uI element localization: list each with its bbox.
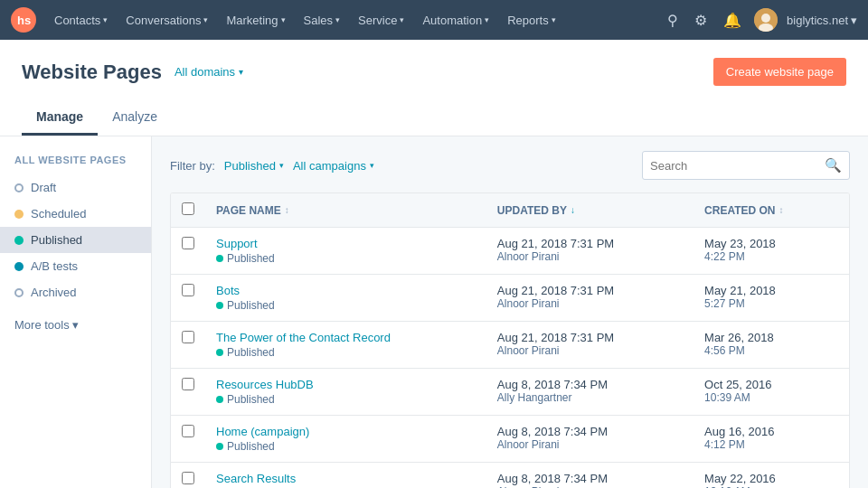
row-checkbox[interactable] [182, 331, 194, 343]
created-time: 10:39 AM [704, 391, 838, 404]
sidebar: All website pages Draft Scheduled Publis… [0, 136, 152, 488]
nav-reports[interactable]: Reports ▾ [498, 0, 565, 40]
archived-status-dot [14, 288, 24, 297]
page-name-cell: Home (campaign) Published [205, 416, 486, 463]
table-row: Home (campaign) Published Aug 8, 2018 7:… [171, 416, 849, 463]
status-dot [216, 443, 223, 450]
created-time: 5:27 PM [704, 297, 838, 310]
sidebar-item-draft[interactable]: Draft [0, 174, 151, 201]
tabs: Manage Analyze [22, 100, 846, 136]
sidebar-title: All website pages [0, 155, 151, 174]
col-updated-by[interactable]: UPDATED BY ↓ [486, 193, 693, 228]
domains-filter[interactable]: All domains ▾ [175, 65, 243, 79]
table-row: Search Results Published Aug 8, 2018 7:3… [171, 463, 849, 489]
row-checkbox[interactable] [182, 284, 194, 296]
account-menu[interactable]: biglytics.net ▾ [787, 14, 857, 27]
campaigns-filter[interactable]: All campaigns ▾ [293, 159, 374, 173]
created-date: May 23, 2018 [704, 237, 838, 250]
table-row: Bots Published Aug 21, 2018 7:31 PM Alno… [171, 275, 849, 322]
created-time: 4:22 PM [704, 250, 838, 263]
updated-by-cell: Aug 8, 2018 7:34 PM Alnoor Pirani [486, 416, 693, 463]
page-name-link[interactable]: The Power of the Contact Record [216, 331, 476, 344]
sidebar-item-archived[interactable]: Archived [0, 279, 151, 305]
updated-by-name: Alnoor Pirani [497, 297, 683, 310]
top-navigation: hs Contacts ▾ Conversations ▾ Marketing … [0, 0, 868, 40]
search-icon[interactable]: 🔍 [825, 157, 842, 174]
status-dot [216, 255, 223, 262]
nav-conversations[interactable]: Conversations ▾ [117, 0, 217, 40]
status-badge: Published [216, 299, 476, 312]
page-name-cell: Resources HubDB Published [205, 369, 486, 416]
updated-by-cell: Aug 21, 2018 7:31 PM Alnoor Pirani [486, 322, 693, 369]
tab-manage[interactable]: Manage [22, 100, 98, 136]
status-label: Published [227, 440, 275, 453]
row-checkbox-cell [171, 322, 205, 369]
created-on-cell: Oct 25, 2016 10:39 AM [693, 369, 849, 416]
updated-by-cell: Aug 8, 2018 7:34 PM Ally Hangartner [486, 369, 693, 416]
col-page-name[interactable]: PAGE NAME ↕ [205, 193, 486, 228]
page-container: Website Pages All domains ▾ Create websi… [0, 40, 868, 488]
chevron-down-icon: ▾ [239, 67, 243, 77]
nav-service[interactable]: Service ▾ [349, 0, 413, 40]
page-name-link[interactable]: Bots [216, 284, 476, 297]
hubspot-logo[interactable]: hs [11, 7, 36, 33]
create-website-page-button[interactable]: Create website page [713, 58, 846, 86]
page-name-link[interactable]: Support [216, 237, 476, 250]
nav-menu: Contacts ▾ Conversations ▾ Marketing ▾ S… [45, 0, 664, 40]
row-checkbox[interactable] [182, 237, 194, 249]
search-input[interactable] [650, 159, 825, 173]
row-checkbox-cell [171, 369, 205, 416]
status-badge: Published [216, 346, 476, 359]
status-filter[interactable]: Published ▾ [224, 159, 284, 173]
chevron-down-icon: ▾ [851, 14, 857, 27]
sidebar-item-ab-tests[interactable]: A/B tests [0, 253, 151, 279]
chevron-down-icon: ▾ [485, 15, 489, 24]
row-checkbox-cell [171, 463, 205, 489]
created-on-cell: May 21, 2018 5:27 PM [693, 275, 849, 322]
draft-status-dot [14, 183, 24, 192]
published-status-dot [14, 236, 24, 245]
more-tools[interactable]: More tools ▾ [0, 305, 151, 332]
created-on-cell: Aug 16, 2016 4:12 PM [693, 416, 849, 463]
page-name-link[interactable]: Resources HubDB [216, 378, 476, 391]
avatar[interactable] [754, 8, 778, 32]
svg-text:hs: hs [17, 14, 31, 27]
updated-by-cell: Aug 8, 2018 7:34 PM Alnoor Pirani [486, 463, 693, 489]
nav-sales[interactable]: Sales ▾ [295, 0, 350, 40]
chevron-down-icon: ▾ [335, 15, 340, 24]
row-checkbox-cell [171, 416, 205, 463]
sort-icon: ↕ [779, 205, 784, 215]
page-title-left: Website Pages All domains ▾ [22, 61, 243, 84]
nav-contacts[interactable]: Contacts ▾ [45, 0, 117, 40]
sort-active-icon: ↓ [571, 205, 575, 215]
col-created-on[interactable]: CREATED ON ↕ [693, 193, 849, 228]
select-all-checkbox[interactable] [182, 202, 194, 215]
chevron-down-icon: ▾ [279, 161, 284, 170]
page-name-link[interactable]: Search Results [216, 472, 476, 485]
table-row: The Power of the Contact Record Publishe… [171, 322, 849, 369]
sidebar-item-scheduled[interactable]: Scheduled [0, 201, 151, 227]
search-icon[interactable]: ⚲ [664, 8, 682, 33]
status-badge: Published [216, 393, 476, 406]
row-checkbox[interactable] [182, 378, 194, 390]
sidebar-item-published[interactable]: Published [0, 227, 151, 253]
nav-marketing[interactable]: Marketing ▾ [217, 0, 294, 40]
row-checkbox[interactable] [182, 472, 194, 484]
updated-by-cell: Aug 21, 2018 7:31 PM Alnoor Pirani [486, 275, 693, 322]
settings-icon[interactable]: ⚙ [691, 8, 711, 33]
page-name-cell: Bots Published [205, 275, 486, 322]
updated-date: Aug 8, 2018 7:34 PM [497, 425, 683, 438]
created-date: May 21, 2018 [704, 284, 838, 297]
nav-automation[interactable]: Automation ▾ [413, 0, 498, 40]
page-name-cell: Support Published [205, 228, 486, 275]
row-checkbox[interactable] [182, 425, 194, 437]
chevron-down-icon: ▾ [281, 15, 286, 24]
status-label: Published [227, 252, 275, 265]
tab-analyze[interactable]: Analyze [98, 100, 172, 136]
updated-date: Aug 21, 2018 7:31 PM [497, 237, 683, 250]
status-badge: Published [216, 252, 476, 265]
notifications-icon[interactable]: 🔔 [720, 8, 745, 33]
content-area: All website pages Draft Scheduled Publis… [0, 136, 868, 488]
page-name-link[interactable]: Home (campaign) [216, 425, 476, 438]
created-on-cell: May 23, 2018 4:22 PM [693, 228, 849, 275]
